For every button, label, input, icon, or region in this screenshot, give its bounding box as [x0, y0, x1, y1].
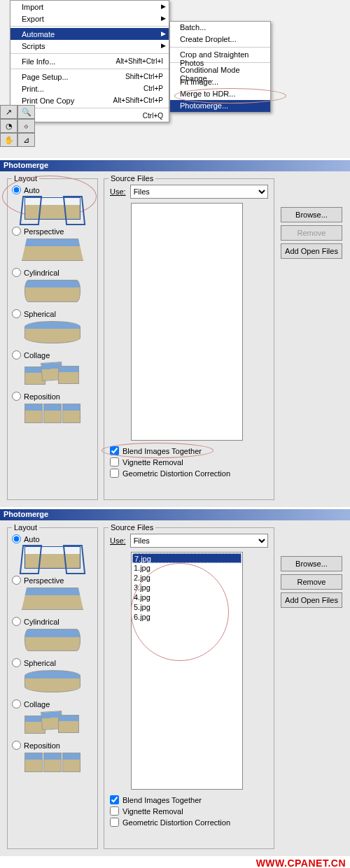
photomerge-dialog-2: Photomerge Layout Auto Perspective Cylin… [0, 509, 350, 868]
file-item[interactable]: 1.jpg [132, 563, 241, 573]
menu-item-pagesetup[interactable]: Page Setup...Shift+Ctrl+P [10, 71, 169, 83]
menu-item-import[interactable]: Import▶ [10, 1, 169, 13]
thumb-cylindrical-icon [24, 280, 80, 302]
menu-item-scripts[interactable]: Scripts▶ [10, 40, 169, 52]
thumb-reposition-icon [24, 753, 80, 775]
thumb-collage-icon [24, 362, 80, 385]
submenu-item-photomerge[interactable]: Photomerge... [170, 100, 270, 112]
thumb-auto-icon [24, 197, 80, 220]
file-item[interactable]: 3.jpg [132, 583, 241, 592]
use-select[interactable]: Files [130, 534, 268, 548]
remove-button[interactable]: Remove [281, 225, 342, 241]
use-label: Use: [110, 187, 126, 196]
tool-icon[interactable]: ✋ [0, 133, 18, 147]
layout-group: Layout Auto Perspective Cylindrical Sphe… [7, 178, 98, 500]
file-item[interactable]: 2.jpg [132, 573, 241, 583]
layout-group-label: Layout [12, 174, 39, 183]
check-blend[interactable]: Blend Images Together [110, 795, 268, 804]
check-geo[interactable]: Geometric Distortion Correction [110, 818, 268, 827]
submenu-item-conditional-mode[interactable]: Conditional Mode Change... [170, 64, 270, 76]
source-files-label: Source Files [108, 523, 155, 532]
use-label: Use: [110, 536, 126, 545]
thumb-collage-icon [24, 711, 80, 734]
menu-item-fileinfo[interactable]: File Info...Alt+Shift+Ctrl+I [10, 55, 169, 67]
toolbox: ↗🔍 ◔⟐ ✋⊿ [0, 105, 35, 147]
radio-perspective[interactable]: Perspective [12, 576, 93, 585]
layout-group-label: Layout [12, 523, 39, 532]
radio-spherical[interactable]: Spherical [12, 309, 93, 318]
layout-group: Layout Auto Perspective Cylindrical Sphe… [7, 527, 98, 849]
submenu-item-merge-hdr[interactable]: Merge to HDR... [170, 88, 270, 100]
thumb-spherical-icon [24, 670, 80, 692]
remove-button[interactable]: Remove [281, 574, 342, 590]
menu-separator [10, 53, 169, 54]
dialog-title: Photomerge [0, 160, 350, 171]
thumb-auto-icon [24, 546, 80, 569]
radio-auto[interactable]: Auto [12, 185, 93, 194]
thumb-perspective-icon [22, 239, 83, 261]
radio-reposition[interactable]: Reposition [12, 392, 93, 401]
thumb-perspective-icon [22, 588, 83, 610]
radio-collage[interactable]: Collage [12, 699, 93, 709]
source-files-group: Source Files Use: Files 7.jpg 1.jpg 2.jp… [104, 527, 274, 849]
check-blend[interactable]: Blend Images Together [110, 446, 268, 455]
menu-separator [170, 47, 270, 48]
radio-auto[interactable]: Auto [12, 534, 93, 543]
check-geo[interactable]: Geometric Distortion Correction [110, 469, 268, 478]
submenu-item-crop-straighten[interactable]: Crop and Straighten Photos [170, 49, 270, 61]
file-list[interactable] [131, 203, 243, 441]
menu-item-export[interactable]: Export▶ [10, 13, 169, 24]
radio-spherical[interactable]: Spherical [12, 658, 93, 667]
arrow-right-icon: ▶ [161, 15, 166, 22]
thumb-cylindrical-icon [24, 629, 80, 651]
submenu-item-create-droplet[interactable]: Create Droplet... [170, 34, 270, 45]
use-select[interactable]: Files [130, 185, 268, 199]
tool-icon[interactable]: ⟐ [18, 119, 35, 133]
add-open-files-button[interactable]: Add Open Files [281, 592, 342, 608]
file-menu-area: Import▶ Export▶ Automate▶ Scripts▶ File … [0, 0, 350, 158]
thumb-spherical-icon [24, 321, 80, 343]
browse-button[interactable]: Browse... [281, 556, 342, 571]
menu-item-print[interactable]: Print...Ctrl+P [10, 83, 169, 94]
browse-button[interactable]: Browse... [281, 207, 342, 222]
source-files-group: Source Files Use: Files Blend Images Tog… [104, 178, 274, 500]
source-files-label: Source Files [108, 174, 155, 183]
radio-collage[interactable]: Collage [12, 350, 93, 360]
file-menu-dropdown: Import▶ Export▶ Automate▶ Scripts▶ File … [10, 0, 169, 122]
tool-icon[interactable]: 🔍 [18, 105, 35, 119]
check-vignette[interactable]: Vignette Removal [110, 457, 268, 467]
tool-icon[interactable]: ◔ [0, 119, 18, 133]
menu-separator [10, 26, 169, 27]
radio-reposition[interactable]: Reposition [12, 741, 93, 750]
menu-separator [10, 69, 169, 69]
photomerge-dialog-1: Photomerge Layout Auto Perspective Cylin… [0, 160, 350, 507]
add-open-files-button[interactable]: Add Open Files [281, 243, 342, 259]
submenu-item-batch[interactable]: Batch... [170, 22, 270, 34]
tool-icon[interactable]: ⊿ [18, 133, 35, 147]
automate-submenu: Batch... Create Droplet... Crop and Stra… [169, 21, 271, 113]
file-item[interactable]: 5.jpg [132, 602, 241, 612]
radio-perspective[interactable]: Perspective [12, 227, 93, 236]
menu-item-automate[interactable]: Automate▶ [10, 28, 169, 40]
arrow-right-icon: ▶ [161, 3, 166, 10]
arrow-right-icon: ▶ [161, 30, 166, 37]
arrow-right-icon: ▶ [161, 42, 166, 49]
file-item[interactable]: 6.jpg [132, 612, 241, 622]
watermark: WWW.CPANET.CN [0, 856, 350, 868]
radio-cylindrical[interactable]: Cylindrical [12, 268, 93, 277]
file-list[interactable]: 7.jpg 1.jpg 2.jpg 3.jpg 4.jpg 5.jpg 6.jp… [131, 552, 243, 790]
tool-icon[interactable]: ↗ [0, 105, 18, 119]
file-item[interactable]: 4.jpg [132, 592, 241, 602]
thumb-reposition-icon [24, 404, 80, 426]
radio-cylindrical[interactable]: Cylindrical [12, 617, 93, 626]
file-item[interactable]: 7.jpg [132, 553, 241, 563]
dialog-title: Photomerge [0, 509, 350, 520]
check-vignette[interactable]: Vignette Removal [110, 806, 268, 816]
submenu-item-fit-image[interactable]: Fit Image... [170, 76, 270, 88]
